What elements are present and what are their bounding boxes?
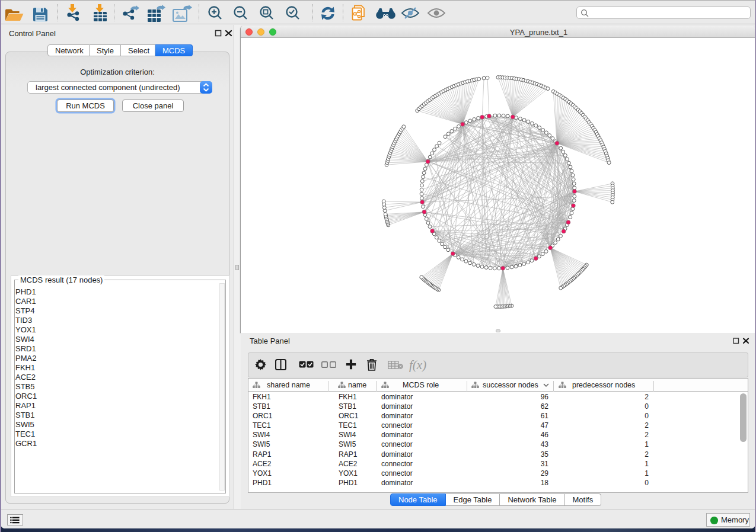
svg-text:f(x): f(x) (409, 358, 426, 372)
